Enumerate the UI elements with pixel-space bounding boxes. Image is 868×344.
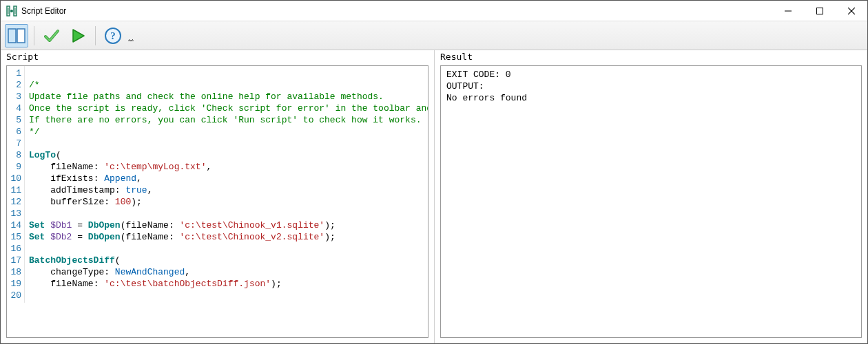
svg-rect-6 [817,8,823,14]
line-number: 6 [8,126,21,138]
line-number: 14 [8,219,21,231]
line-number: 9 [8,161,21,173]
code-line[interactable]: If there are no errors, you can click 'R… [29,114,428,126]
line-number: 1 [8,67,21,79]
line-number: 5 [8,114,21,126]
main-split: Script 1234567891011121314151617181920 /… [1,50,867,343]
code-line[interactable] [29,67,428,79]
svg-rect-9 [8,29,16,43]
line-number-gutter: 1234567891011121314151617181920 [7,66,25,303]
line-number: 12 [8,196,21,208]
result-text: EXIT CODE: 0 OUTPUT: No errors found [441,66,861,107]
code-content[interactable]: /*Update file paths and check the online… [25,66,428,303]
panes-icon [8,28,25,44]
code-line[interactable]: ifExists: Append, [29,173,428,184]
play-icon [69,28,87,44]
code-line[interactable] [29,243,428,255]
code-line[interactable]: fileName: 'c:\test\batchObjectsDiff.json… [29,278,428,290]
line-number: 16 [8,243,21,255]
line-number: 13 [8,208,21,219]
help-icon: ? [104,27,122,45]
svg-rect-10 [17,29,25,43]
line-number: 3 [8,91,21,103]
code-line[interactable]: */ [29,126,428,138]
close-button[interactable] [836,1,867,21]
window: Script Editor [0,0,868,344]
maximize-icon [816,8,823,14]
code-line[interactable]: Set $Db2 = DbOpen(fileName: 'c:\test\Chi… [29,231,428,243]
line-number: 17 [8,255,21,266]
code-line[interactable]: fileName: 'c:\temp\myLog.txt', [29,161,428,173]
line-number: 11 [8,184,21,196]
close-icon [848,8,855,14]
svg-text:?: ? [110,30,116,41]
code-line[interactable]: BatchObjectsDiff( [29,255,428,266]
line-number: 2 [8,79,21,91]
code-line[interactable]: bufferSize: 100); [29,196,428,208]
line-number: 7 [8,138,21,149]
code-line[interactable] [29,290,428,301]
result-pane: Result EXIT CODE: 0 OUTPUT: No errors fo… [435,50,867,343]
code-line[interactable]: changeType: NewAndChanged, [29,266,428,278]
toggle-panes-button[interactable] [5,24,28,47]
line-number: 10 [8,173,21,184]
toolbar-separator [95,26,96,45]
code-line[interactable]: LogTo( [29,149,428,161]
run-script-button[interactable] [66,24,90,47]
svg-point-4 [10,10,13,12]
toolbar-overflow-button[interactable] [127,24,134,47]
toolbar: ? [1,21,867,50]
minimize-button[interactable] [772,1,804,21]
line-number: 18 [8,266,21,278]
code-line[interactable] [29,138,428,149]
code-line[interactable]: addTimestamp: true, [29,184,428,196]
window-title: Script Editor [21,6,66,16]
line-number: 8 [8,149,21,161]
check-icon [43,28,61,44]
line-number: 20 [8,290,21,301]
result-output[interactable]: EXIT CODE: 0 OUTPUT: No errors found [440,65,862,338]
script-editor[interactable]: 1234567891011121314151617181920 /*Update… [6,65,428,338]
check-script-button[interactable] [40,24,63,47]
script-pane-header: Script [1,50,434,64]
help-button[interactable]: ? [101,24,125,47]
maximize-button[interactable] [804,1,836,21]
code-line[interactable]: Update file paths and check the online h… [29,91,428,103]
code-line[interactable]: Set $Db1 = DbOpen(fileName: 'c:\test\Chi… [29,219,428,231]
line-number: 15 [8,231,21,243]
toolbar-separator [34,26,34,45]
app-icon [6,6,17,17]
script-pane: Script 1234567891011121314151617181920 /… [1,50,435,343]
chevron-down-icon [128,38,134,43]
titlebar: Script Editor [1,1,867,21]
line-number: 19 [8,278,21,290]
result-pane-header: Result [435,50,867,64]
line-number: 4 [8,103,21,114]
code-line[interactable]: /* [29,79,428,91]
code-line[interactable] [29,208,428,219]
minimize-icon [785,8,792,14]
code-line[interactable]: Once the script is ready, click 'Check s… [29,103,428,114]
